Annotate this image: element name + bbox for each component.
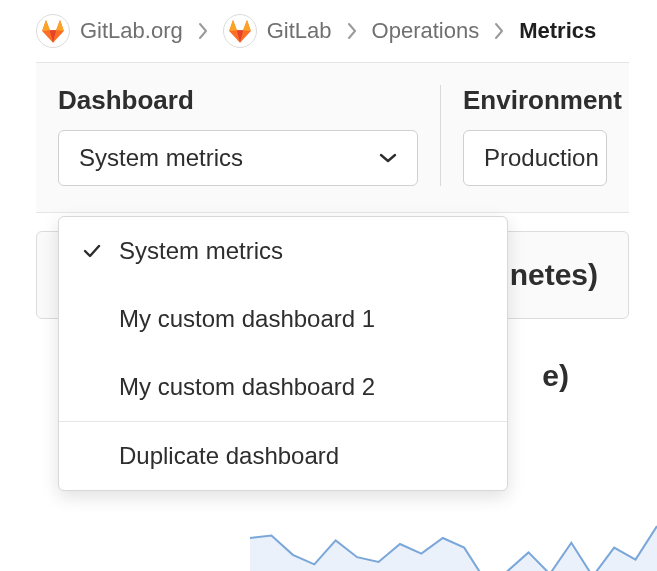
- dropdown-item-label: My custom dashboard 2: [119, 373, 375, 401]
- panel-subtitle-text: e): [542, 359, 569, 392]
- gitlab-tanuki-icon: [36, 14, 70, 48]
- breadcrumb-current: Metrics: [519, 18, 596, 44]
- panel-header-text: netes): [510, 258, 598, 291]
- environment-select-value: Production: [484, 144, 599, 172]
- breadcrumb-section-label: Operations: [372, 18, 480, 44]
- dropdown-item[interactable]: My custom dashboard 1: [59, 285, 507, 353]
- dashboard-select-value: System metrics: [79, 144, 243, 172]
- breadcrumb-group[interactable]: GitLab.org: [36, 14, 183, 48]
- metrics-chart: [250, 490, 657, 571]
- dashboard-filter: Dashboard System metrics: [58, 85, 418, 186]
- dropdown-item[interactable]: My custom dashboard 2: [59, 353, 507, 421]
- breadcrumb-section[interactable]: Operations: [372, 18, 480, 44]
- breadcrumb-current-label: Metrics: [519, 18, 596, 44]
- dropdown-item-label: My custom dashboard 1: [119, 305, 375, 333]
- dropdown-item[interactable]: System metrics: [59, 217, 507, 285]
- dashboard-filter-label: Dashboard: [58, 85, 418, 116]
- breadcrumb-project[interactable]: GitLab: [223, 14, 332, 48]
- breadcrumb: GitLab.org GitLab Operations Metrics: [0, 0, 657, 62]
- environment-select[interactable]: Production: [463, 130, 607, 186]
- dropdown-action-label: Duplicate dashboard: [119, 442, 339, 470]
- chevron-right-icon: [197, 22, 209, 40]
- dashboard-select[interactable]: System metrics: [58, 130, 418, 186]
- environment-filter: Environment Production: [463, 85, 607, 186]
- environment-filter-label: Environment: [463, 85, 607, 116]
- filter-bar: Dashboard System metrics Environment Pro…: [36, 62, 629, 213]
- dropdown-item-label: System metrics: [119, 237, 283, 265]
- chevron-right-icon: [346, 22, 358, 40]
- chevron-down-icon: [379, 152, 397, 164]
- dashboard-dropdown: System metricsMy custom dashboard 1My cu…: [58, 216, 508, 491]
- gitlab-tanuki-icon: [223, 14, 257, 48]
- vertical-divider: [440, 85, 441, 186]
- breadcrumb-project-label: GitLab: [267, 18, 332, 44]
- check-icon: [81, 243, 103, 259]
- chevron-right-icon: [493, 22, 505, 40]
- dropdown-action-duplicate[interactable]: Duplicate dashboard: [59, 422, 507, 490]
- breadcrumb-group-label: GitLab.org: [80, 18, 183, 44]
